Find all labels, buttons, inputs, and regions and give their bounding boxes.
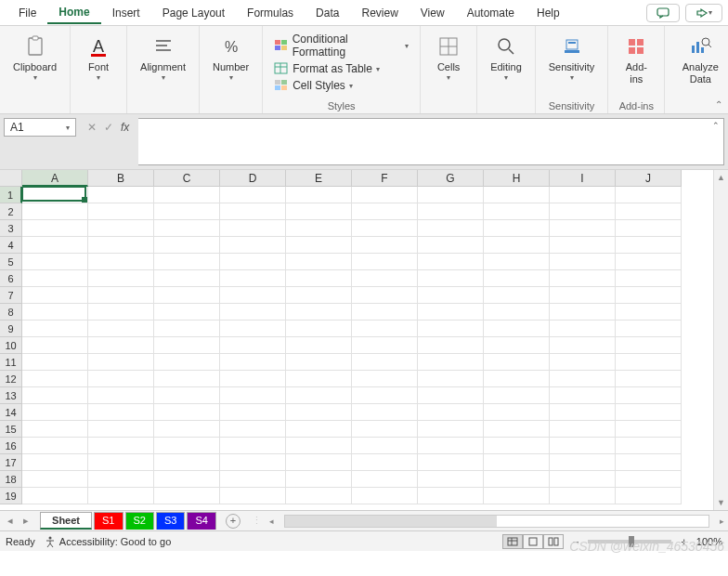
row-header[interactable]: 18	[0, 471, 22, 488]
cell[interactable]	[154, 438, 220, 454]
cell[interactable]	[352, 421, 418, 438]
cell[interactable]	[352, 404, 418, 421]
cell[interactable]	[286, 421, 352, 438]
paste-button[interactable]: Clipboard ▾	[7, 30, 62, 86]
sensitivity-button[interactable]: Sensitivity ▾	[543, 30, 601, 86]
cell[interactable]	[616, 354, 682, 371]
cell[interactable]	[484, 220, 550, 237]
cell[interactable]	[88, 187, 154, 203]
cell[interactable]	[22, 371, 88, 387]
cell[interactable]	[352, 287, 418, 304]
row-header[interactable]: 10	[0, 337, 22, 354]
editing-button[interactable]: Editing ▾	[485, 30, 527, 86]
cell[interactable]	[22, 270, 88, 287]
cell[interactable]	[286, 438, 352, 454]
cell[interactable]	[22, 454, 88, 471]
cell[interactable]	[220, 287, 286, 304]
cell[interactable]	[22, 438, 88, 454]
page-break-view-button[interactable]	[543, 534, 564, 549]
cell[interactable]	[286, 321, 352, 337]
tab-automate[interactable]: Automate	[456, 3, 526, 23]
share-button[interactable]: ▾	[685, 4, 722, 22]
column-header[interactable]: C	[154, 170, 220, 187]
column-header[interactable]: B	[88, 170, 154, 187]
cell[interactable]	[418, 421, 484, 438]
cell[interactable]	[154, 387, 220, 404]
cell[interactable]	[352, 438, 418, 454]
cell[interactable]	[220, 404, 286, 421]
cell[interactable]	[616, 254, 682, 270]
row-header[interactable]: 14	[0, 404, 22, 421]
cell[interactable]	[286, 287, 352, 304]
cell[interactable]	[88, 270, 154, 287]
cell[interactable]	[616, 438, 682, 454]
cell[interactable]	[286, 404, 352, 421]
cell[interactable]	[154, 337, 220, 354]
cell[interactable]	[484, 287, 550, 304]
cell[interactable]	[418, 337, 484, 354]
zoom-in-button[interactable]: +	[681, 536, 686, 547]
cell[interactable]	[550, 354, 616, 371]
cell[interactable]	[220, 203, 286, 220]
cell[interactable]	[286, 387, 352, 404]
cell[interactable]	[220, 187, 286, 203]
cell[interactable]	[154, 187, 220, 203]
cell[interactable]	[88, 237, 154, 254]
row-header[interactable]: 17	[0, 454, 22, 471]
cell[interactable]	[286, 454, 352, 471]
cell[interactable]	[616, 387, 682, 404]
cell[interactable]	[484, 337, 550, 354]
alignment-button[interactable]: Alignment ▾	[135, 30, 191, 86]
cell[interactable]	[616, 304, 682, 321]
cell[interactable]	[352, 354, 418, 371]
cell[interactable]	[22, 187, 88, 203]
cell[interactable]	[220, 471, 286, 488]
row-header[interactable]: 2	[0, 203, 22, 220]
cell[interactable]	[286, 354, 352, 371]
cell[interactable]	[550, 287, 616, 304]
sheet-tab[interactable]: S3	[156, 512, 185, 530]
cell[interactable]	[352, 304, 418, 321]
cell[interactable]	[616, 371, 682, 387]
cell[interactable]	[154, 488, 220, 504]
cell[interactable]	[616, 321, 682, 337]
cell[interactable]	[286, 187, 352, 203]
cell[interactable]	[418, 304, 484, 321]
cell[interactable]	[418, 387, 484, 404]
row-header[interactable]: 7	[0, 287, 22, 304]
cell[interactable]	[418, 354, 484, 371]
scroll-down-icon[interactable]: ▼	[714, 495, 728, 510]
name-box[interactable]: A1 ▾	[4, 118, 76, 137]
cell[interactable]	[550, 304, 616, 321]
cell[interactable]	[154, 287, 220, 304]
cell[interactable]	[550, 203, 616, 220]
expand-formula-bar-icon[interactable]: ⌃	[712, 121, 720, 130]
cell[interactable]	[22, 203, 88, 220]
tab-data[interactable]: Data	[305, 3, 350, 23]
column-header[interactable]: F	[352, 170, 418, 187]
cell[interactable]	[550, 454, 616, 471]
cell[interactable]	[484, 254, 550, 270]
cell[interactable]	[22, 488, 88, 504]
row-header[interactable]: 8	[0, 304, 22, 321]
cell[interactable]	[220, 421, 286, 438]
cell[interactable]	[22, 254, 88, 270]
cell[interactable]	[220, 371, 286, 387]
cell[interactable]	[550, 387, 616, 404]
cell[interactable]	[418, 287, 484, 304]
cell[interactable]	[154, 237, 220, 254]
cell[interactable]	[220, 454, 286, 471]
row-header[interactable]: 1	[0, 187, 22, 203]
cell[interactable]	[88, 404, 154, 421]
cell[interactable]	[418, 371, 484, 387]
row-header[interactable]: 13	[0, 387, 22, 404]
cell[interactable]	[22, 237, 88, 254]
cell[interactable]	[352, 220, 418, 237]
cell[interactable]	[484, 321, 550, 337]
cell[interactable]	[220, 321, 286, 337]
cell[interactable]	[88, 203, 154, 220]
cell[interactable]	[616, 471, 682, 488]
column-header[interactable]: D	[220, 170, 286, 187]
cell[interactable]	[418, 488, 484, 504]
cell[interactable]	[22, 304, 88, 321]
